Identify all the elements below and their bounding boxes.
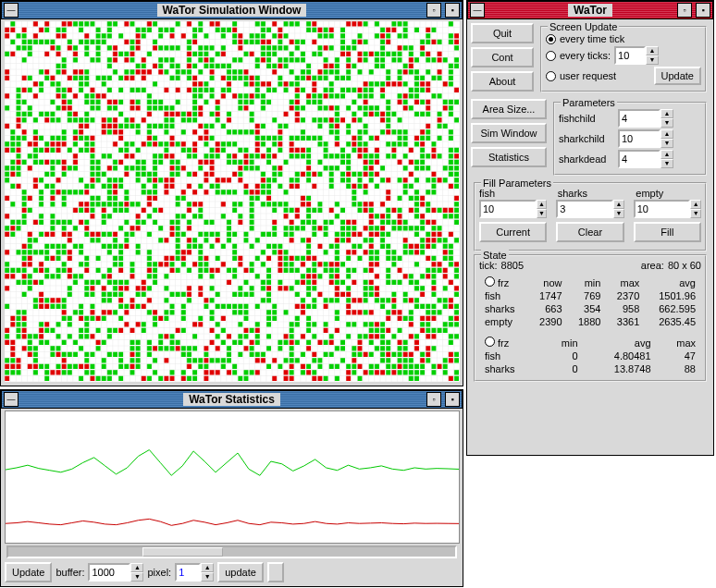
control-window: — WaTor ▫ ▪ Quit Cont About Screen Updat… <box>466 0 714 456</box>
hdr2-min: min <box>543 337 581 349</box>
fill-sharks-label: sharks <box>558 188 623 199</box>
fill-sharks-input[interactable] <box>556 200 613 218</box>
fishchild-stepper[interactable]: ▲▼ <box>618 109 673 128</box>
about-button[interactable]: About <box>471 71 534 92</box>
scrollbar-thumb[interactable] <box>142 547 223 557</box>
pixel-label: pixel: <box>147 567 171 578</box>
update-button[interactable]: Update <box>5 562 52 582</box>
down-icon[interactable]: ▼ <box>613 209 624 218</box>
frz-label: frz <box>498 277 509 288</box>
fill-parameters-group: Fill Parameters fish sharks empty ▲▼ ▲▼ … <box>474 182 707 251</box>
fill-empty-stepper[interactable]: ▲▼ <box>634 200 701 218</box>
pixel-stepper[interactable]: ▲▼ <box>175 563 214 582</box>
stats-menu-icon[interactable]: — <box>4 392 19 407</box>
minimize-icon[interactable]: ▫ <box>677 3 692 18</box>
frz-radio-1[interactable] <box>485 276 495 287</box>
fill-empty-input[interactable] <box>634 200 691 218</box>
parameters-group: Parameters fishchild ▲▼ sharkchild ▲▼ sh… <box>553 102 707 176</box>
radio-every-tick[interactable] <box>546 34 556 44</box>
table-row: fish174776923701501.96 <box>481 290 699 301</box>
ctrl-menu-icon[interactable]: — <box>470 3 485 18</box>
up-icon[interactable]: ▲ <box>613 200 624 209</box>
down-icon[interactable]: ▼ <box>660 118 673 128</box>
maximize-icon[interactable]: ▪ <box>445 3 460 18</box>
stats-bottom-row: Update buffer: ▲▼ pixel: ▲▼ update <box>1 560 463 584</box>
radio-user-request[interactable] <box>546 71 556 81</box>
state-group: State tick: 8805 area: 80 x 60 frz now m… <box>474 254 707 382</box>
state-table-2: frz min avg max fish04.8048147 sharks013… <box>479 335 701 376</box>
down-icon[interactable]: ▼ <box>646 55 659 65</box>
buffer-stepper[interactable]: ▲▼ <box>88 563 143 582</box>
tick-value: 8805 <box>501 260 524 271</box>
hdr2-avg: avg <box>584 337 655 349</box>
statistics-button[interactable]: Statistics <box>471 147 547 167</box>
opt-every-tick: every time tick <box>560 33 624 44</box>
sharkchild-stepper[interactable]: ▲▼ <box>618 129 673 148</box>
fishchild-input[interactable] <box>618 109 660 128</box>
sim-window-button[interactable]: Sim Window <box>471 123 547 143</box>
parameters-legend: Parameters <box>561 97 617 108</box>
frz-radio-2[interactable] <box>485 337 495 347</box>
down-icon[interactable]: ▼ <box>660 139 673 148</box>
maximize-icon[interactable]: ▪ <box>445 392 460 407</box>
down-icon[interactable]: ▼ <box>537 209 548 218</box>
down-icon[interactable]: ▼ <box>690 209 701 218</box>
table-row: sharks663354958662.595 <box>481 303 699 314</box>
fill-fish-input[interactable] <box>479 200 537 218</box>
screen-update-legend: Screen Update <box>548 21 619 32</box>
up-icon[interactable]: ▲ <box>660 109 673 118</box>
clear-button[interactable]: Clear <box>556 222 623 242</box>
statistics-chart <box>5 410 460 544</box>
up-icon[interactable]: ▲ <box>690 200 701 209</box>
hdr-max: max <box>606 276 643 288</box>
down-icon[interactable]: ▼ <box>130 572 143 582</box>
ticks-stepper[interactable]: ▲▼ <box>614 46 659 65</box>
opt-every-ticks: every ticks: <box>560 50 611 61</box>
down-icon[interactable]: ▼ <box>201 572 214 582</box>
down-icon[interactable]: ▼ <box>660 159 673 168</box>
sharkdead-input[interactable] <box>618 150 660 168</box>
ticks-input[interactable] <box>614 46 646 65</box>
current-button[interactable]: Current <box>479 222 547 242</box>
sim-menu-icon[interactable]: — <box>4 3 19 18</box>
sharkdead-stepper[interactable]: ▲▼ <box>618 150 673 168</box>
toggle-button[interactable] <box>267 562 284 582</box>
area-size-button[interactable]: Area Size... <box>471 99 547 119</box>
up-icon[interactable]: ▲ <box>660 129 673 139</box>
fill-sharks-stepper[interactable]: ▲▼ <box>556 200 623 218</box>
sharkchild-input[interactable] <box>618 129 660 148</box>
sharkchild-label: sharkchild <box>559 133 614 144</box>
up-icon[interactable]: ▲ <box>201 563 214 572</box>
screen-update-button[interactable]: Update <box>654 67 701 85</box>
cont-button[interactable]: Cont <box>471 47 534 67</box>
tick-label: tick: <box>479 260 498 271</box>
buffer-input[interactable] <box>88 563 130 582</box>
maximize-icon[interactable]: ▪ <box>696 3 710 18</box>
stats-scrollbar[interactable] <box>6 545 457 558</box>
table-row: fish04.8048147 <box>481 350 699 361</box>
simulation-window: — WaTor Simulation Window ▫ ▪ <box>0 0 463 386</box>
area-value: 80 x 60 <box>668 260 701 271</box>
update2-button[interactable]: update <box>217 562 264 582</box>
simulation-grid <box>5 21 460 382</box>
pixel-input[interactable] <box>175 563 201 582</box>
state-legend: State <box>481 250 509 261</box>
state-table-1: frz now min max avg fish174776923701501.… <box>479 275 701 329</box>
minimize-icon[interactable]: ▫ <box>426 3 441 18</box>
ctrl-titlebar: — WaTor ▫ ▪ <box>467 1 713 19</box>
table-row: empty2390188033612635.45 <box>481 316 699 327</box>
minimize-icon[interactable]: ▫ <box>426 392 441 407</box>
radio-every-ticks[interactable] <box>546 51 556 61</box>
fill-fish-stepper[interactable]: ▲▼ <box>479 200 547 218</box>
up-icon[interactable]: ▲ <box>537 200 548 209</box>
hdr2-max: max <box>657 337 699 349</box>
fill-button[interactable]: Fill <box>634 222 701 242</box>
fill-empty-label: empty <box>636 188 701 199</box>
stats-titlebar: — WaTor Statistics ▫ ▪ <box>1 390 463 409</box>
fill-legend: Fill Parameters <box>481 178 553 189</box>
quit-button[interactable]: Quit <box>471 23 534 43</box>
up-icon[interactable]: ▲ <box>130 563 143 572</box>
hdr-min: min <box>568 276 605 288</box>
up-icon[interactable]: ▲ <box>646 46 659 55</box>
up-icon[interactable]: ▲ <box>660 150 673 159</box>
